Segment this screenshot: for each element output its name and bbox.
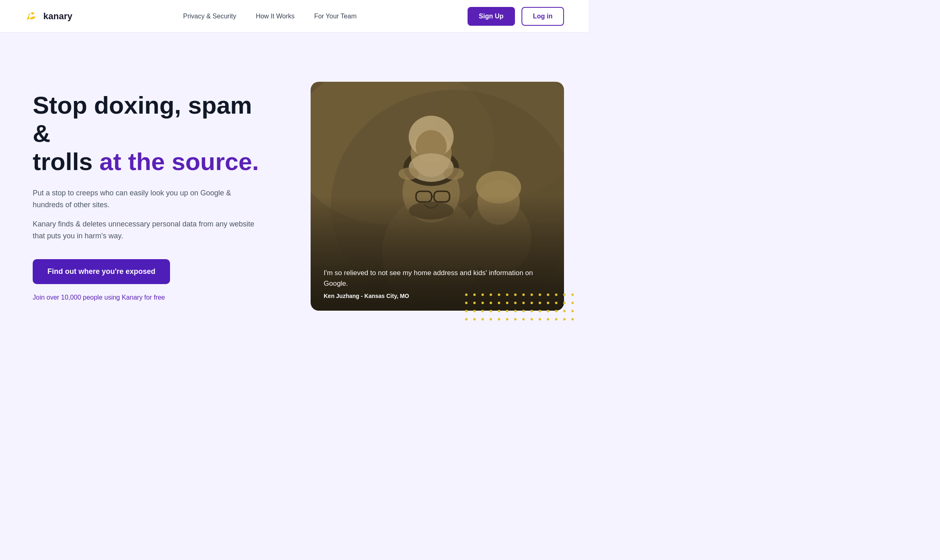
dot-decoration bbox=[571, 318, 574, 320]
testimonial-overlay: I'm so relieved to not see my home addre… bbox=[311, 256, 564, 311]
hero-image-wrapper: I'm so relieved to not see my home addre… bbox=[311, 82, 564, 311]
logo[interactable]: kanary bbox=[25, 9, 72, 24]
nav-link-how-it-works[interactable]: How It Works bbox=[256, 13, 295, 20]
navbar: kanary Privacy & Security How It Works F… bbox=[0, 0, 589, 33]
signup-button[interactable]: Sign Up bbox=[468, 7, 515, 26]
dot-decoration bbox=[555, 318, 557, 320]
dot-decoration bbox=[571, 302, 574, 304]
social-proof-link[interactable]: Join over 10,000 people using Kanary for… bbox=[33, 294, 262, 301]
hero-title-line1: Stop doxing, spam & bbox=[33, 92, 252, 147]
nav-buttons: Sign Up Log in bbox=[468, 7, 564, 26]
hero-title-accent: at the source. bbox=[99, 148, 259, 175]
dot-decoration bbox=[563, 318, 566, 320]
hero-description-2: Kanary finds & deletes unnecessary perso… bbox=[33, 218, 262, 242]
hero-description-1: Put a stop to creeps who can easily look… bbox=[33, 187, 262, 211]
testimonial-text: I'm so relieved to not see my home addre… bbox=[324, 268, 551, 289]
dot-decoration bbox=[481, 318, 484, 320]
login-button[interactable]: Log in bbox=[521, 7, 564, 26]
dot-decoration bbox=[571, 310, 574, 312]
dot-decoration bbox=[498, 318, 500, 320]
dot-decoration bbox=[465, 318, 468, 320]
dot-decoration bbox=[514, 318, 517, 320]
dot-decoration bbox=[490, 318, 492, 320]
hero-section: Stop doxing, spam & trolls at the source… bbox=[0, 33, 589, 352]
dot-decoration bbox=[473, 318, 476, 320]
dot-decoration bbox=[547, 318, 549, 320]
cta-button[interactable]: Find out where you're exposed bbox=[33, 259, 170, 284]
dot-decoration bbox=[530, 318, 533, 320]
nav-link-privacy[interactable]: Privacy & Security bbox=[183, 13, 236, 20]
hero-title-line2: trolls bbox=[33, 148, 99, 175]
logo-text: kanary bbox=[43, 11, 72, 22]
hero-title: Stop doxing, spam & trolls at the source… bbox=[33, 91, 262, 176]
dot-decoration bbox=[539, 318, 541, 320]
svg-point-0 bbox=[31, 12, 34, 14]
hero-card: I'm so relieved to not see my home addre… bbox=[311, 82, 564, 311]
dot-decoration bbox=[522, 318, 525, 320]
testimonial-author: Ken Juzhang - Kansas City, MO bbox=[324, 293, 551, 299]
nav-links: Privacy & Security How It Works For Your… bbox=[183, 13, 356, 20]
hero-content: Stop doxing, spam & trolls at the source… bbox=[33, 91, 262, 301]
svg-point-11 bbox=[409, 202, 454, 220]
logo-bird-icon bbox=[25, 9, 39, 24]
dot-decoration bbox=[506, 318, 508, 320]
dot-decoration bbox=[571, 293, 574, 296]
nav-link-for-your-team[interactable]: For Your Team bbox=[314, 13, 357, 20]
